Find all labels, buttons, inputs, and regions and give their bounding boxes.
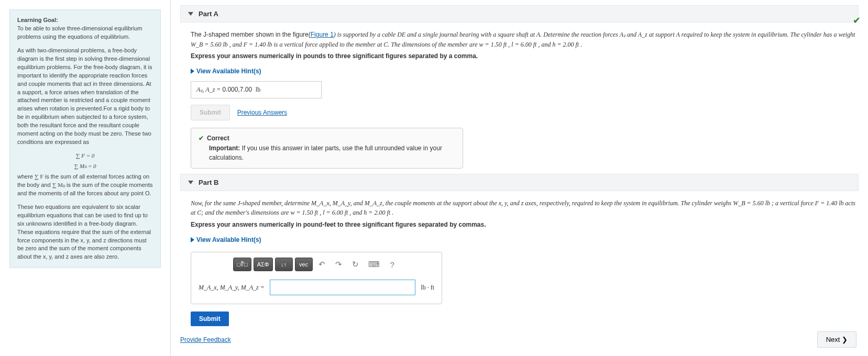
part-b-hints-toggle[interactable]: View Available Hint(s) [191,235,261,245]
learning-goal-label: Learning Goal: [17,17,58,23]
next-button[interactable]: Next ❯ [817,331,856,348]
collapse-icon [188,181,193,184]
collapse-icon [188,12,193,16]
intro-paragraph-1: As with two-dimensional problems, a free… [17,47,153,147]
part-a-title: Part A [199,10,218,18]
part-a-hints-toggle[interactable]: View Available Hint(s) [191,66,261,76]
check-icon: ✔ [853,15,861,26]
part-a-answer-display: Aᵧ, A_z = 0.000,7.00 lb [191,81,322,98]
equation-toolbar: □∛□ ΑΣΦ ↓↑ vec ↶ ↷ ↻ ⌨ ? [199,258,434,271]
chevron-right-icon [191,69,194,74]
part-a-body: The J-shaped member shown in the figure(… [180,30,859,169]
footer-row: Provide Feedback Next ❯ [180,331,859,348]
main-content: Part A ✔ The J-shaped member shown in th… [170,0,868,356]
part-b-prompt: Now, for the same J-shaped member, deter… [191,198,859,218]
equation-sum-m: ∑ M₀ = 0 [17,162,153,171]
part-b-instruction: Express your answers numerically in poun… [191,221,486,228]
equation-sum-f: ∑ F = 0 [17,152,153,160]
greek-button[interactable]: ΑΣΦ [254,258,273,271]
learning-goal-panel: Learning Goal: To be able to solve three… [0,0,170,356]
part-a-buttons: Submit Previous Answers [191,105,859,120]
scripts-button[interactable]: ↓↑ [275,258,293,271]
part-a-submit-button: Submit [191,105,230,120]
help-button[interactable]: ? [385,258,400,271]
learning-goal-box: Learning Goal: To be able to solve three… [9,9,161,268]
correct-label: Correct [207,135,229,142]
undo-button[interactable]: ↶ [315,258,329,271]
intro-paragraph-3: These two equations are equivalent to si… [17,203,153,262]
vec-button[interactable]: vec [295,258,313,271]
part-b-submit-button[interactable]: Submit [191,312,229,326]
part-b-answer-label: M_A_x, M_A_y, M_A_z = [199,284,265,291]
part-a-prompt: The J-shaped member shown in the figure(… [191,30,859,49]
keyboard-button[interactable]: ⌨ [365,258,383,271]
part-b-answer-pad: □∛□ ΑΣΦ ↓↑ vec ↶ ↷ ↻ ⌨ ? M_A_x, M_A_y, M… [191,252,442,304]
provide-feedback-link[interactable]: Provide Feedback [180,336,231,343]
figure-link[interactable]: Figure 1 [311,31,334,38]
part-a-instruction: Express your answers numerically in poun… [191,52,478,60]
part-a-feedback-box: ✔Correct Important: If you use this answ… [191,128,463,169]
part-b-header[interactable]: Part B [180,174,859,191]
part-b-answer-unit: lb · ft [421,283,434,293]
reset-button[interactable]: ↻ [348,258,363,271]
intro-paragraph-2: where ∑ F is the sum of all external for… [17,173,153,198]
part-b-title: Part B [199,179,218,186]
check-icon: ✔ [199,135,204,142]
part-b-answer-input[interactable] [270,280,416,295]
learning-goal-text: To be able to solve three-dimensional eq… [17,25,142,40]
part-b-body: Now, for the same J-shaped member, deter… [180,198,859,326]
templates-button[interactable]: □∛□ [233,258,251,271]
chevron-right-icon [191,237,194,242]
previous-answers-link[interactable]: Previous Answers [237,108,287,118]
redo-button[interactable]: ↷ [332,258,346,271]
part-a-header[interactable]: Part A [180,5,859,23]
